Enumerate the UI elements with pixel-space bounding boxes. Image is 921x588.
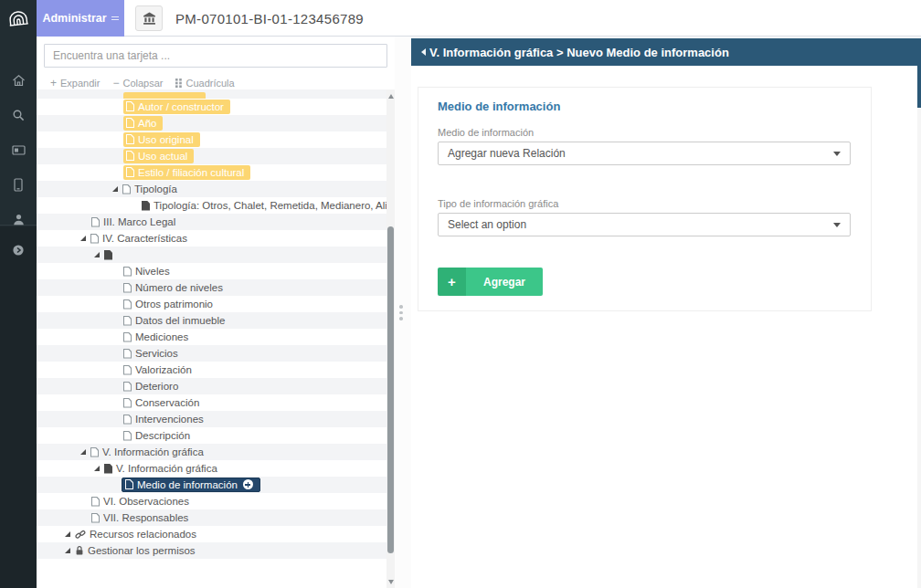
tree-item-autor-constructor[interactable]: Autor / constructor [37, 99, 395, 115]
tree-scrollbar[interactable] [386, 89, 395, 588]
tree-item-descripcion[interactable]: Descripción [37, 427, 395, 444]
icon-rail [0, 37, 37, 588]
app-logo[interactable] [0, 0, 37, 37]
agregar-button-label: Agregar [466, 268, 543, 296]
tree-item-valorizacion[interactable]: Valorización [37, 362, 395, 378]
tree-item-gestionar-permisos[interactable]: Gestionar los permisos [37, 542, 395, 559]
tree-item-label: Tipología: Otros, Chalet, Remetida, Medi… [154, 200, 395, 211]
record-id-title: PM-070101-BI-01-123456789 [175, 0, 364, 37]
tree-item-informacion-grafica-group[interactable]: V. Información gráfica [37, 460, 395, 477]
circle-arrow-icon[interactable] [0, 238, 37, 262]
tree-item-label: V. Información gráfica [116, 463, 217, 474]
tree-item-observaciones[interactable]: VI. Observaciones [37, 493, 395, 509]
selected-chip: Medio de información [122, 478, 260, 492]
medio-field-label: Medio de información [438, 127, 871, 138]
tipo-field-label: Tipo de información gráfica [438, 198, 871, 209]
minus-icon [112, 77, 119, 89]
tree-item-caracteristicas[interactable]: IV. Características [37, 230, 395, 247]
scrollbar-thumb[interactable] [387, 226, 394, 553]
file-icon [122, 184, 131, 194]
highlighted-chip: Estilo / filiación cultural [123, 165, 250, 180]
grid-button[interactable]: Cuadrícula [175, 78, 234, 89]
highlighted-chip: Uso original [123, 132, 200, 147]
file-icon [123, 398, 132, 408]
card-icon[interactable] [0, 138, 37, 162]
tree-item-label: Uso original [138, 134, 194, 145]
tree-item-medio-de-informacion-selected[interactable]: Medio de información [37, 477, 395, 493]
user-icon[interactable] [0, 207, 37, 231]
file-icon [90, 234, 99, 244]
collapse-caret-icon[interactable] [62, 548, 73, 553]
expand-label: Expandir [60, 78, 100, 89]
agregar-button[interactable]: + Agregar [438, 268, 543, 296]
file-icon [123, 316, 132, 326]
tree-item-deterioro[interactable]: Deterioro [37, 378, 395, 394]
collapse-caret-icon[interactable] [91, 466, 102, 471]
collapse-caret-icon[interactable] [62, 531, 73, 537]
tree-item-uso-original[interactable]: Uso original [37, 131, 395, 148]
tree-item-datos-del-inmueble[interactable]: Datos del inmueble [37, 312, 395, 329]
administrar-menu-label: Administrar [42, 12, 106, 25]
tree-item-otros-patrimonio[interactable]: Otros patrimonio [37, 296, 395, 312]
scroll-up-arrow[interactable] [386, 90, 395, 101]
grid-label: Cuadrícula [185, 78, 234, 89]
highlighted-chip: Autor / constructor [123, 100, 230, 114]
tree-item-marco-legal[interactable]: III. Marco Legal [37, 214, 395, 230]
tree-item-label: Valorización [135, 364, 192, 375]
tree-item-recursos-relacionados[interactable]: Recursos relacionados [37, 526, 395, 542]
right-scrollbar[interactable] [917, 38, 921, 588]
tree-item-label: Recursos relacionados [90, 529, 196, 540]
tree-item-conservacion[interactable]: Conservación [37, 394, 395, 411]
tree-item-label: Año [138, 118, 156, 129]
search-icon[interactable] [0, 103, 37, 127]
file-icon [123, 299, 132, 310]
file-icon [126, 118, 134, 128]
plus-icon [50, 77, 57, 89]
tree-item-estilo-filiacion[interactable]: Estilo / filiación cultural [37, 164, 395, 181]
tree-item-mediciones[interactable]: Mediciones [37, 329, 395, 345]
scroll-down-arrow[interactable] [386, 576, 395, 587]
tree-item-ano[interactable]: Año [37, 115, 395, 131]
file-icon [123, 267, 132, 277]
tree-item-niveles[interactable]: Niveles [37, 263, 395, 279]
expand-button[interactable]: Expandir [50, 77, 100, 89]
tree-item-tipologia[interactable]: Tipología [37, 181, 395, 197]
file-icon [91, 497, 100, 507]
file-icon [123, 382, 132, 392]
museum-button[interactable] [135, 5, 163, 31]
splitter-grip-icon [399, 302, 403, 323]
grid-icon [175, 79, 182, 88]
tree-item-responsables[interactable]: VII. Responsables [37, 509, 395, 526]
collapse-button[interactable]: Colapsar [112, 77, 163, 89]
tree-item-partial[interactable] [37, 89, 395, 99]
tree-toolbar: Expandir Colapsar Cuadrícula [50, 76, 235, 89]
device-icon[interactable] [0, 173, 37, 196]
tree-item-label: Número de niveles [135, 282, 223, 293]
tree-item-caracteristicas-group[interactable] [37, 247, 395, 263]
tree-item-tipologia-valores[interactable]: Tipología: Otros, Chalet, Remetida, Medi… [37, 197, 395, 214]
chevron-down-icon [833, 223, 841, 227]
file-icon [123, 415, 132, 425]
collapse-caret-icon[interactable] [110, 186, 121, 192]
administrar-menu-button[interactable]: Administrar [37, 0, 124, 37]
add-node-plus-icon[interactable] [243, 479, 253, 489]
collapse-caret-icon[interactable] [91, 252, 102, 257]
home-icon[interactable] [0, 68, 37, 92]
file-icon [90, 447, 99, 457]
back-arrow-icon[interactable] [421, 48, 426, 56]
tipo-select[interactable]: Select an option [438, 213, 851, 236]
panel-splitter[interactable] [395, 37, 411, 588]
tree-item-informacion-grafica[interactable]: V. Información gráfica [37, 444, 395, 460]
tree-item-uso-actual[interactable]: Uso actual [37, 148, 395, 164]
search-input[interactable] [44, 44, 387, 68]
tree-item-servicios[interactable]: Servicios [37, 345, 395, 362]
link-icon [75, 530, 86, 540]
right-scrollbar-thumb[interactable] [917, 38, 921, 108]
tree-item-label: Deterioro [135, 381, 178, 392]
medio-select[interactable]: Agregar nueva Relación [438, 142, 851, 165]
tree-item-intervenciones[interactable]: Intervenciones [37, 411, 395, 427]
collapse-caret-icon[interactable] [78, 449, 89, 455]
tree-item-numero-de-niveles[interactable]: Número de niveles [37, 279, 395, 296]
collapse-caret-icon[interactable] [78, 236, 89, 241]
tree-item-label: VI. Observaciones [103, 496, 189, 507]
